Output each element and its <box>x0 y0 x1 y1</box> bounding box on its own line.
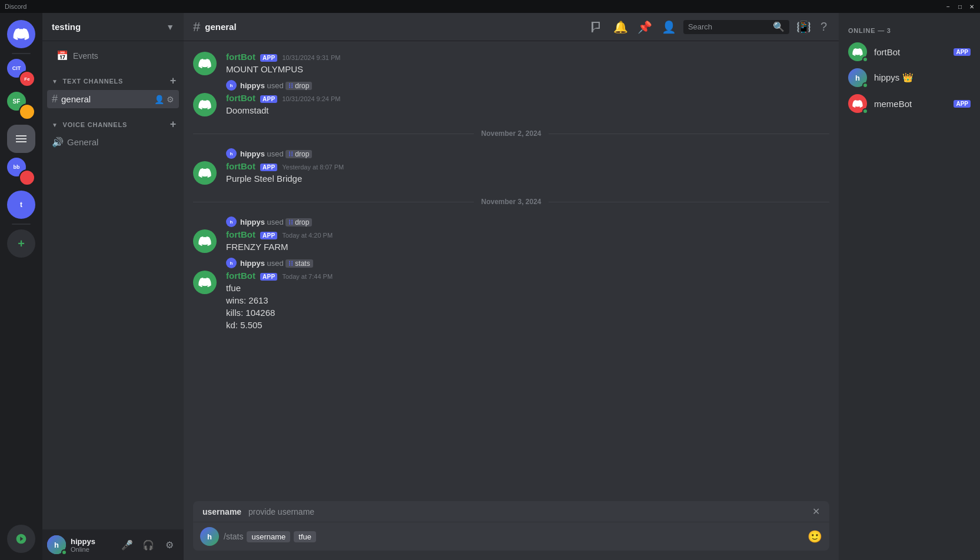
mute-button[interactable]: 🎤 <box>118 535 137 554</box>
chat-header-actions: 🔔 📌 👤 🔍 📳 ? <box>587 18 829 36</box>
server-icon-testing[interactable] <box>7 125 35 153</box>
channel-name-general: general <box>61 94 151 104</box>
command-badge-drop2: ⁝⁝ drop <box>285 150 312 158</box>
add-text-channel-button[interactable]: + <box>168 75 179 87</box>
system-text: hippys used ⁝⁝ drop <box>240 81 312 90</box>
calendar-icon: 📅 <box>57 50 68 61</box>
avatar-wrapper-m2 <box>193 93 217 116</box>
chat-channel-info: # general <box>193 19 580 35</box>
events-label: Events <box>73 51 98 61</box>
username-label: hippys <box>71 537 113 546</box>
sidebar-item-events[interactable]: 📅 Events <box>47 46 179 65</box>
msg-content: MOUNT OLYMPUS <box>226 63 829 75</box>
avatar-wrapper-m8 <box>193 271 217 294</box>
server-header[interactable]: testing ▼ <box>42 13 184 41</box>
voice-channels-chevron: ▼ <box>52 122 58 128</box>
window-controls: − □ ✕ <box>945 3 975 10</box>
user-panel: h hippys Online 🎤 🎧 ⚙ <box>42 529 184 560</box>
maximize-button[interactable]: □ <box>956 3 964 10</box>
hippys-sys-avatar-2: h <box>226 148 237 159</box>
messages-area: fortBot APP 10/31/2024 9:31 PM MOUNT OLY… <box>184 41 839 501</box>
member-name-hippys: hippys 👑 <box>874 72 971 83</box>
voice-channel-general[interactable]: 🔊 General <box>47 134 179 151</box>
text-channels-chevron: ▼ <box>52 78 58 85</box>
app-title: Discord <box>5 3 26 10</box>
search-input[interactable] <box>688 22 769 31</box>
msg-content-m4: Purple Steel Bridge <box>226 172 829 185</box>
date-label-nov2: November 2, 2024 <box>481 129 541 138</box>
discover-button[interactable] <box>7 525 35 553</box>
fortbot-avatar-m8 <box>193 271 217 294</box>
date-divider-nov2: November 2, 2024 <box>184 120 839 147</box>
system-message-drop2: h hippys used ⁝⁝ drop <box>184 147 839 160</box>
add-server-button[interactable]: + <box>7 229 35 258</box>
server-divider-2 <box>12 224 31 225</box>
fortbot-avatar-m6 <box>193 229 217 253</box>
msg-username-m4: fortBot <box>226 161 255 171</box>
member-avatar-fortbot <box>848 42 867 61</box>
discord-home-button[interactable] <box>7 20 35 48</box>
msg-timestamp-m2: 10/31/2024 9:24 PM <box>282 95 340 102</box>
inbox-button[interactable]: 📳 <box>794 18 813 36</box>
pin-button[interactable]: 📌 <box>635 18 655 36</box>
command-badge-drop: ⁝⁝ drop <box>285 82 312 90</box>
msg-content-m6: FRENZY FARM <box>226 241 829 253</box>
main-content: # general 🔔 📌 👤 🔍 📳 ? <box>184 13 839 560</box>
server-icon-s1[interactable]: CIT Fe <box>7 59 35 87</box>
member-badge-fortbot: APP <box>954 48 971 56</box>
member-item-fortbot[interactable]: fortBot APP <box>843 39 975 65</box>
hippys-sys-avatar-4: h <box>226 258 237 268</box>
avatar-wrapper-m6 <box>193 229 217 253</box>
system-message-stats: h hippys used ⁝⁝ stats <box>184 256 839 269</box>
settings-icon[interactable]: ⚙ <box>167 95 174 104</box>
msg-header-m6: fortBot APP Today at 4:20 PM <box>226 229 829 239</box>
channel-hash-icon: # <box>193 19 200 35</box>
msg-header-m4: fortBot APP Yesterday at 8:07 PM <box>226 161 829 171</box>
user-status-dot <box>61 549 67 555</box>
notifications-button[interactable]: 🔔 <box>611 18 630 36</box>
command-display[interactable]: /stats username tfue <box>224 531 803 542</box>
title-bar: Discord − □ ✕ <box>0 0 980 13</box>
member-avatar-hippys: h <box>848 68 867 87</box>
add-voice-channel-button[interactable]: + <box>168 118 179 131</box>
user-settings-button[interactable]: ⚙ <box>160 535 179 554</box>
close-button[interactable]: ✕ <box>968 3 975 10</box>
deafen-button[interactable]: 🎧 <box>139 535 158 554</box>
member-badge-memebot: APP <box>954 100 971 108</box>
member-item-memebot[interactable]: memeBot APP <box>843 91 975 116</box>
channel-item-general[interactable]: # general 👤 ⚙ <box>47 90 179 108</box>
emoji-button[interactable]: 🙂 <box>808 529 822 544</box>
system-text-4: hippys used ⁝⁝ stats <box>240 259 313 268</box>
voice-channels-header[interactable]: ▼ Voice Channels + <box>42 109 184 133</box>
help-button[interactable]: ? <box>818 18 829 36</box>
search-box[interactable]: 🔍 <box>683 20 789 34</box>
message-input-row: h /stats username tfue 🙂 <box>193 522 829 551</box>
system-text-2: hippys used ⁝⁝ drop <box>240 149 312 158</box>
date-label-nov3: November 3, 2024 <box>481 198 541 206</box>
hippys-sys-avatar-3: h <box>226 216 237 227</box>
msg-timestamp-m4: Yesterday at 8:07 PM <box>282 164 344 171</box>
memebot-status-dot <box>862 108 868 114</box>
message-group-m4: fortBot APP Yesterday at 8:07 PM Purple … <box>184 160 839 186</box>
threads-button[interactable] <box>587 18 606 36</box>
voice-channels-label: Voice Channels <box>63 121 128 128</box>
fortbot-status-dot <box>862 56 868 62</box>
msg-username-m6: fortBot <box>226 229 255 239</box>
msg-header-m2: fortBot APP 10/31/2024 9:24 PM <box>226 93 829 103</box>
fortbot-avatar-m4 <box>193 161 217 185</box>
channel-sidebar: testing ▼ 📅 Events ▼ Text Channels + # g… <box>42 13 184 560</box>
text-channels-header[interactable]: ▼ Text Channels + <box>42 65 184 89</box>
user-avatar: h <box>47 535 66 554</box>
command-hint-close-button[interactable]: ✕ <box>812 506 820 517</box>
manage-channel-icon[interactable]: 👤 <box>154 95 164 104</box>
minimize-button[interactable]: − <box>945 3 952 10</box>
members-button[interactable]: 👤 <box>659 18 679 36</box>
server-icon-s4[interactable]: bb <box>7 158 35 186</box>
command-slash: /stats <box>224 532 243 541</box>
server-divider <box>12 53 31 54</box>
hippys-status-dot <box>862 82 868 88</box>
server-icon-s2[interactable]: SF <box>7 92 35 120</box>
server-icon-t[interactable]: t <box>7 191 35 219</box>
msg-header-m8: fortBot APP Today at 7:44 PM <box>226 271 829 281</box>
member-item-hippys[interactable]: h hippys 👑 <box>843 65 975 91</box>
